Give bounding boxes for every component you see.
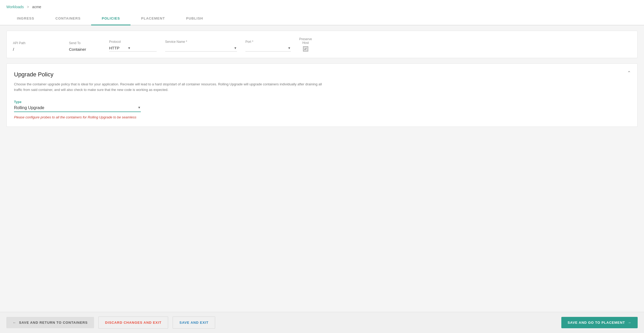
port-dropdown-arrow: ▼ (288, 46, 291, 50)
api-path-group: API Path / (13, 41, 60, 52)
rolling-upgrade-warning: Please configure probes to all the conta… (14, 115, 630, 119)
tab-ingress[interactable]: INGRESS (6, 12, 45, 25)
service-name-label: Service Name * (165, 40, 237, 44)
protocol-label: Protocol (109, 40, 157, 44)
upgrade-policy-title: Upgrade Policy (14, 71, 630, 78)
type-dropdown-arrow: ▼ (138, 106, 141, 109)
protocol-select[interactable]: HTTP HTTPS TCP UDP (109, 46, 128, 50)
tab-publish[interactable]: PUBLISH (175, 12, 213, 25)
tab-containers[interactable]: CONTAINERS (45, 12, 91, 25)
type-label: Type (14, 100, 630, 104)
api-path-value: / (13, 47, 60, 52)
preserve-host-label: PreserveHost (299, 37, 312, 45)
port-select-wrap: ▼ (245, 46, 291, 52)
ingress-row-card: API Path / Send To Container Protocol HT… (6, 31, 638, 58)
protocol-select-wrap: HTTP HTTPS TCP UDP ▼ (109, 46, 157, 52)
service-name-group: Service Name * ▼ (165, 40, 237, 52)
breadcrumb: Workloads > acme (0, 0, 644, 12)
preserve-host-checkbox[interactable] (303, 46, 308, 52)
api-path-label: API Path (13, 41, 60, 45)
tab-placement[interactable]: PLACEMENT (130, 12, 175, 25)
protocol-dropdown-arrow: ▼ (128, 46, 131, 50)
protocol-group: Protocol HTTP HTTPS TCP UDP ▼ (109, 40, 157, 52)
type-select-wrap: Rolling Upgrade Recreate ▼ (14, 105, 141, 112)
breadcrumb-separator: > (27, 5, 29, 9)
breadcrumb-workloads-link[interactable]: Workloads (6, 5, 24, 9)
port-select[interactable] (245, 46, 288, 50)
port-label: Port * (245, 40, 291, 44)
upgrade-policy-card: ⌃ Upgrade Policy Choose the container up… (6, 63, 638, 127)
tab-navigation: INGRESS CONTAINERS POLICIES PLACEMENT PU… (0, 12, 644, 25)
upgrade-policy-description: Choose the container upgrade policy that… (14, 82, 331, 93)
preserve-host-group: PreserveHost (299, 37, 312, 52)
tab-policies[interactable]: POLICIES (91, 12, 130, 25)
main-content: API Path / Send To Container Protocol HT… (0, 25, 644, 153)
service-name-select[interactable] (165, 46, 234, 50)
type-select[interactable]: Rolling Upgrade Recreate (14, 105, 138, 110)
send-to-group: Send To Container (69, 41, 101, 52)
service-name-dropdown-arrow: ▼ (234, 46, 237, 50)
service-name-select-wrap: ▼ (165, 46, 237, 52)
send-to-value: Container (69, 47, 101, 52)
api-row: API Path / Send To Container Protocol HT… (13, 37, 631, 52)
send-to-label: Send To (69, 41, 101, 45)
breadcrumb-current: acme (32, 5, 41, 9)
port-group: Port * ▼ (245, 40, 291, 52)
collapse-icon[interactable]: ⌃ (627, 70, 631, 76)
